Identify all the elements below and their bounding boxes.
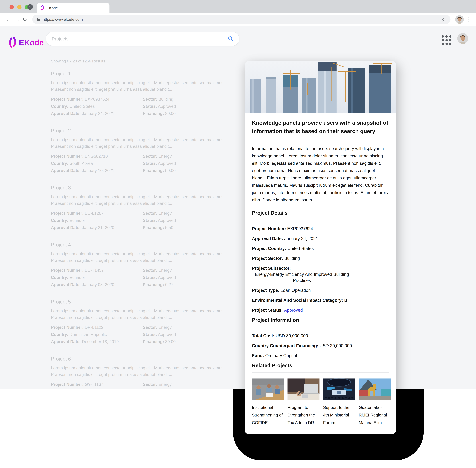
result-description: Lorem ipsum dolor sit amet, consectetur … bbox=[51, 136, 225, 150]
detail-label: Project Subsector: bbox=[252, 266, 291, 271]
search-icon[interactable] bbox=[228, 36, 234, 42]
guatemala-street-photo bbox=[359, 379, 391, 400]
result-title[interactable]: Project 6 bbox=[51, 356, 225, 362]
result-description: Lorem ipsum dolor sit amet, consectetur … bbox=[51, 307, 225, 321]
browser-profile-icon[interactable] bbox=[28, 4, 33, 10]
panel-title: Knowledge panels provide users with a sn… bbox=[252, 118, 389, 135]
divider bbox=[252, 327, 389, 327]
result-description: Lorem ipsum dolor sit amet, consectetur … bbox=[51, 79, 225, 93]
info-value: USD 20,000,000 bbox=[319, 343, 352, 349]
detail-label: Project Number: bbox=[252, 226, 286, 231]
result-project-number: EC-L1267 bbox=[85, 211, 103, 216]
detail-value: Approved bbox=[284, 307, 303, 313]
result-fields-row: Approval Date: January 21, 2020 Financin… bbox=[51, 224, 225, 231]
detail-value: Energy-Energy Efficiency And Improved Bu… bbox=[252, 271, 352, 283]
related-project-caption: Guatemala - RMEI Regional Malaria Elim bbox=[359, 404, 391, 426]
detail-row: Approval Date: January 24, 2021 bbox=[252, 235, 389, 242]
result-sector: Energy bbox=[159, 268, 172, 273]
new-tab-button[interactable]: + bbox=[114, 3, 118, 11]
result-status: Approved bbox=[158, 104, 176, 109]
knowledge-panel: Knowledge panels provide users with a sn… bbox=[245, 61, 396, 434]
section-heading-project-information: Project Information bbox=[252, 317, 389, 323]
divider bbox=[252, 140, 389, 140]
apps-grid-icon[interactable] bbox=[442, 35, 451, 45]
page-background: EKode Showing 0 - 20 of 1256 Results Pro… bbox=[0, 26, 476, 389]
result-country: Dominican Republic bbox=[70, 332, 107, 337]
ekode-logo[interactable]: EKode bbox=[8, 34, 44, 51]
result-sector: Energy bbox=[159, 211, 172, 216]
detail-value: EXP0937624 bbox=[287, 226, 313, 232]
result-fields-row: Country: Ecuador Status: Approved bbox=[51, 274, 225, 281]
result-title[interactable]: Project 2 bbox=[51, 128, 225, 134]
browser-tab-ekode[interactable]: EKode bbox=[37, 3, 110, 13]
detail-value: United States bbox=[288, 245, 314, 251]
detail-row: Project Type: Loan Operation bbox=[252, 287, 389, 293]
result-fields-row: Country: United States Status: Approved bbox=[51, 103, 225, 110]
detail-label: Project Type: bbox=[252, 288, 279, 293]
window-close-button[interactable] bbox=[10, 5, 14, 9]
detail-label: Approval Date: bbox=[252, 236, 283, 241]
browser-avatar[interactable] bbox=[455, 15, 464, 24]
detail-value: Building bbox=[284, 255, 300, 261]
info-row: Total Cost: USD 80,000,000 bbox=[252, 333, 389, 339]
result-status: Approved bbox=[158, 332, 176, 337]
related-project-caption: Support to the 4th Ministerial Forum bbox=[323, 404, 355, 426]
tax-admin-photo bbox=[288, 379, 319, 400]
related-project-card[interactable]: Guatemala - RMEI Regional Malaria Elim bbox=[359, 379, 391, 426]
detail-label: Project Country: bbox=[252, 246, 286, 251]
result-project-number: GY-T1167 bbox=[85, 382, 103, 387]
result-project-number: ENG682710 bbox=[85, 154, 108, 159]
detail-row: Project Country: United States bbox=[252, 245, 389, 251]
result-fields-row: Project Number: EC-T1437 Sector: Energy bbox=[51, 267, 225, 274]
result-fields-row: Approval Date: January 24, 2021 Financin… bbox=[51, 110, 225, 117]
result-approval-date: December 18, 2019 bbox=[82, 339, 119, 344]
result-financing: 50.00 bbox=[165, 168, 176, 173]
reload-button[interactable]: ⟳ bbox=[23, 16, 27, 22]
result-title[interactable]: Project 4 bbox=[51, 242, 225, 248]
search-results-list: Showing 0 - 20 of 1256 Results Project 1… bbox=[51, 59, 225, 389]
window-minimize-button[interactable] bbox=[17, 5, 22, 9]
window-controls bbox=[10, 5, 29, 9]
info-label: Country Counterpart Financing: bbox=[252, 343, 318, 348]
url-text: https://www.ekode.com bbox=[43, 17, 83, 22]
bookmark-star-icon[interactable]: ☆ bbox=[441, 16, 446, 23]
back-button[interactable]: ← bbox=[6, 16, 11, 22]
lock-icon bbox=[37, 17, 40, 22]
results-summary: Showing 0 - 20 of 1256 Results bbox=[51, 59, 225, 63]
forward-button[interactable]: → bbox=[14, 16, 20, 22]
ministerial-forum-photo bbox=[323, 379, 355, 400]
result-description: Lorem ipsum dolor sit amet, consectetur … bbox=[51, 193, 225, 207]
related-project-card[interactable]: Program to Strengthen the Tax Admin DR bbox=[288, 379, 319, 426]
result-description: Lorem ipsum dolor sit amet, consectetur … bbox=[51, 365, 225, 378]
detail-value: January 24, 2021 bbox=[284, 235, 318, 242]
detail-value: B bbox=[344, 297, 347, 303]
result-fields-row: Country: Dominican Republic Status: Appr… bbox=[51, 331, 225, 338]
detail-row: Project Status: Approved bbox=[252, 307, 389, 313]
detail-label: Project Sector: bbox=[252, 256, 283, 261]
related-project-card[interactable]: Institutional Strengthening of COFIDE bbox=[252, 379, 284, 426]
meeting-photo bbox=[252, 379, 284, 400]
user-avatar[interactable] bbox=[457, 33, 468, 44]
panel-description: Information that is relational to the us… bbox=[252, 145, 389, 204]
result-approval-date: January 08, 2020 bbox=[82, 282, 114, 287]
result-title[interactable]: Project 3 bbox=[51, 185, 225, 191]
related-project-card[interactable]: Support to the 4th Ministerial Forum bbox=[323, 379, 355, 426]
result-item: Project 6 Lorem ipsum dolor sit amet, co… bbox=[51, 356, 225, 389]
search-input[interactable] bbox=[52, 36, 228, 42]
result-fields-row: Country: South Korea Status: Approved bbox=[51, 160, 225, 167]
result-fields-row: Approval Date: January 08, 2020 Financin… bbox=[51, 281, 225, 288]
result-financing: 80.00 bbox=[165, 111, 176, 116]
browser-menu-icon[interactable]: ⋮ bbox=[466, 15, 472, 22]
search-bar bbox=[46, 32, 239, 46]
result-sector: Energy bbox=[159, 325, 172, 330]
info-label: Fund: bbox=[252, 353, 264, 358]
address-bar[interactable]: https://www.ekode.com ☆ bbox=[32, 15, 450, 24]
result-title[interactable]: Project 1 bbox=[51, 71, 225, 76]
detail-row: Environmental And Social Impact Category… bbox=[252, 297, 389, 303]
result-country: United States bbox=[70, 104, 95, 109]
result-status: Approved bbox=[158, 275, 176, 280]
divider bbox=[252, 372, 389, 373]
related-project-caption: Program to Strengthen the Tax Admin DR bbox=[288, 404, 319, 426]
result-fields-row: Project Number: GY-T1167 Sector: Energy bbox=[51, 381, 225, 388]
result-title[interactable]: Project 5 bbox=[51, 299, 225, 305]
